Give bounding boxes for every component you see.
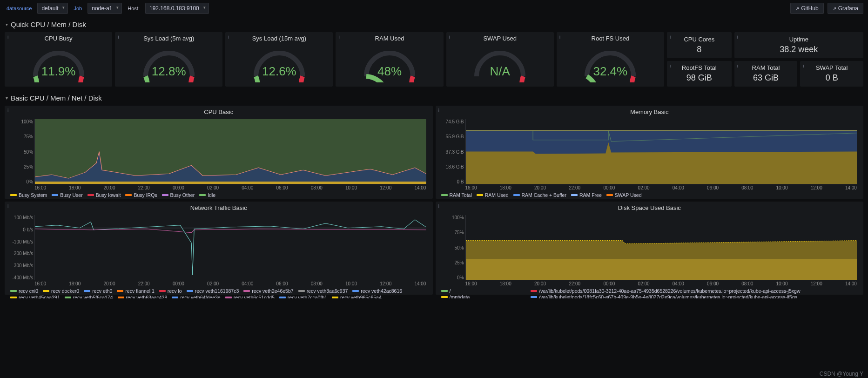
legend-item[interactable]: RAM Cache + Buffer	[513, 192, 566, 198]
stat-title: SWAP Total	[816, 64, 848, 71]
info-icon[interactable]: i	[670, 34, 671, 40]
row-basic[interactable]: Basic CPU / Mem / Net / Disk	[0, 90, 868, 106]
stat-title: Uptime	[789, 36, 808, 43]
panel-title: CPU Busy	[7, 34, 110, 44]
legend-item[interactable]: recv veth42ac8616	[352, 288, 402, 294]
legend-item[interactable]: /var/lib/kubelet/pods/18fc5c60-e67b-409e…	[531, 294, 858, 298]
info-icon[interactable]: i	[438, 203, 439, 209]
row-quick[interactable]: Quick CPU / Mem / Disk	[0, 17, 868, 32]
stat-value: 98 GiB	[686, 73, 712, 83]
panel-disk-basic[interactable]: i Disk Space Used Basic 100%75%50%25%0% …	[436, 202, 864, 295]
panel-title: Root FS Used	[558, 34, 662, 44]
legend-item[interactable]: recv veth965c65a4	[332, 295, 382, 298]
info-icon[interactable]: i	[7, 203, 8, 209]
info-icon[interactable]: i	[228, 34, 229, 40]
legend-item[interactable]: recv lo	[159, 288, 182, 294]
legend-item[interactable]: /var/lib/kubelet/pods/0081fa30-3212-40ae…	[531, 288, 858, 294]
legend-item[interactable]: /	[441, 288, 531, 294]
gauge-4[interactable]: i SWAP Used N/A	[446, 32, 554, 87]
stat-swap-total[interactable]: i SWAP Total 0 B	[800, 61, 863, 87]
var-datasource-select[interactable]: default	[37, 3, 68, 14]
legend-item[interactable]: RAM Free	[571, 192, 602, 198]
info-icon[interactable]: i	[559, 34, 560, 40]
stat-uptime[interactable]: i Uptime 38.2 week	[734, 32, 863, 58]
legend-item[interactable]: recv flannel.1	[117, 288, 154, 294]
info-icon[interactable]: i	[737, 63, 738, 68]
stat-rootfs-total[interactable]: i RootFS Total 98 GiB	[667, 61, 732, 87]
panel-title: Memory Basic	[437, 108, 862, 117]
var-host-label: Host:	[126, 6, 141, 11]
info-icon[interactable]: i	[737, 34, 738, 40]
legend-item[interactable]: Busy System	[10, 192, 47, 198]
legend-item[interactable]: recv veth64fdee3e	[172, 295, 220, 298]
stat-value: 38.2 week	[780, 45, 818, 54]
legend-item[interactable]: RAM Used	[477, 192, 509, 198]
legend-item[interactable]: recv veth5f6ca174	[65, 295, 113, 298]
gauge-1[interactable]: i Sys Load (5m avg) 12.8%	[115, 32, 222, 87]
stat-title: RootFS Total	[682, 64, 717, 71]
legend-item[interactable]: recv veth45caa291	[10, 295, 60, 298]
gauge-value: 32.4%	[578, 64, 643, 79]
var-host-select[interactable]: 192.168.0.183:9100	[145, 3, 209, 14]
legend-item[interactable]: Busy Iowait	[87, 192, 121, 198]
gauge-5[interactable]: i Root FS Used 32.4%	[557, 32, 664, 87]
legend-item[interactable]: SWAP Used	[606, 192, 642, 198]
legend-item[interactable]: Busy Other	[162, 192, 195, 198]
panel-title: Sys Load (15m avg)	[227, 34, 331, 44]
toolbar: datasource default Job node-a1 Host: 192…	[0, 0, 868, 17]
legend-item[interactable]: Busy User	[52, 192, 82, 198]
grafana-link[interactable]: ↗Grafana	[828, 3, 863, 14]
panel-title: RAM Used	[337, 34, 441, 44]
info-icon[interactable]: i	[118, 34, 119, 40]
legend-item[interactable]: recv eth0	[84, 288, 112, 294]
stat-value: 0 B	[826, 73, 838, 83]
legend-item[interactable]: recv cni0	[10, 288, 38, 294]
legend-item[interactable]: /mnt/data	[441, 294, 531, 298]
legend-item[interactable]: recv veth7cca0fb1	[279, 295, 327, 298]
stat-ram-total[interactable]: i RAM Total 63 GiB	[734, 61, 798, 87]
panel-network-basic[interactable]: i Network Traffic Basic 100 Mb/s0 b/s-10…	[5, 202, 433, 295]
stat-cpu-cores[interactable]: i CPU Cores 8	[667, 32, 732, 58]
stat-title: CPU Cores	[684, 36, 714, 43]
panel-title: Disk Space Used Basic	[437, 203, 862, 213]
info-icon[interactable]: i	[7, 34, 8, 40]
panel-memory-basic[interactable]: i Memory Basic 74.5 GiB55.9 GiB37.3 GiB1…	[436, 106, 864, 199]
legend-item[interactable]: recv docker0	[43, 288, 79, 294]
gauge-2[interactable]: i Sys Load (15m avg) 12.6%	[225, 32, 333, 87]
legend-item[interactable]: recv veth3aa6c937	[298, 288, 348, 294]
info-icon[interactable]: i	[438, 108, 439, 113]
panel-cpu-basic[interactable]: i CPU Basic 100%75%50%25%0% 16:0018:0020…	[5, 106, 433, 199]
legend-item[interactable]: Idle	[199, 192, 215, 198]
info-icon[interactable]: i	[449, 34, 450, 40]
gauge-value: N/A	[467, 64, 532, 79]
stat-value: 63 GiB	[753, 73, 779, 83]
external-link-icon: ↗	[833, 6, 836, 11]
gauge-value: 12.8%	[136, 64, 202, 79]
github-link[interactable]: ↗GitHub	[790, 3, 823, 14]
gauge-value: 48%	[357, 64, 422, 79]
info-icon[interactable]: i	[338, 34, 339, 40]
gauge-0[interactable]: i CPU Busy 11.9%	[5, 32, 112, 87]
panel-title: SWAP Used	[448, 34, 552, 44]
panel-title: Network Traffic Basic	[7, 203, 431, 213]
info-icon[interactable]: i	[670, 63, 671, 68]
legend-item[interactable]: RAM Total	[441, 192, 472, 198]
legend-item[interactable]: Busy IRQs	[125, 192, 157, 198]
external-link-icon: ↗	[795, 6, 799, 11]
gauge-value: 12.6%	[247, 64, 312, 79]
legend-item[interactable]: recv veth6c51cdd5	[225, 295, 275, 298]
info-icon[interactable]: i	[803, 63, 804, 68]
var-job-select[interactable]: node-a1	[87, 3, 122, 14]
stat-value: 8	[697, 45, 701, 54]
var-job-label: Job	[72, 6, 84, 11]
gauge-value: 11.9%	[26, 64, 91, 79]
legend-item[interactable]: recv veth2e46e5b7	[243, 288, 293, 294]
legend-item[interactable]: recv veth63aac428	[118, 295, 168, 298]
var-datasource-label: datasource	[5, 6, 34, 11]
info-icon[interactable]: i	[7, 108, 8, 113]
gauge-3[interactable]: i RAM Used 48%	[336, 32, 443, 87]
panel-title: Sys Load (5m avg)	[117, 34, 221, 44]
legend-item[interactable]: recv veth1161987c3	[187, 288, 239, 294]
panel-title: CPU Basic	[7, 108, 431, 117]
stat-title: RAM Total	[752, 64, 780, 71]
